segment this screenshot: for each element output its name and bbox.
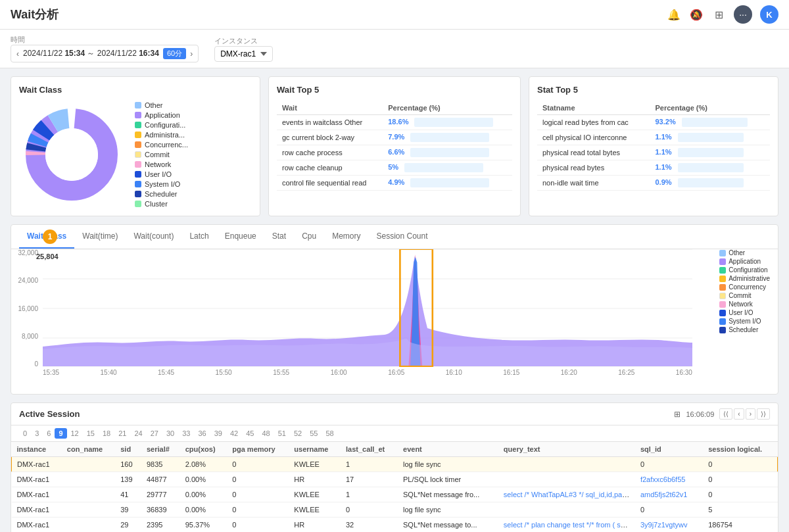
cell-serial: 2395 xyxy=(141,518,180,533)
x-label-1620: 16:20 xyxy=(561,369,577,376)
wait-pct: 5% xyxy=(383,160,512,176)
wait-col-header: Wait xyxy=(277,101,383,115)
timeline-number[interactable]: 3 xyxy=(31,428,43,439)
tab-memory[interactable]: Memory xyxy=(324,225,368,249)
timeline-number[interactable]: 27 xyxy=(147,428,162,439)
wait-pct: 6.6% xyxy=(383,145,512,160)
timeline-number[interactable]: 55 xyxy=(306,428,322,439)
timeline-number[interactable]: 18 xyxy=(99,428,114,439)
cell-sessionlogical: 0 xyxy=(703,487,777,502)
cell-lastcall: 32 xyxy=(341,518,398,533)
timeline-number[interactable]: 6 xyxy=(43,428,55,439)
tab-enqueue[interactable]: Enqueue xyxy=(217,225,264,249)
session-table-row[interactable]: DMX-rac1 160 9835 2.08% 0 KWLEE 1 log fi… xyxy=(12,457,778,472)
legend-item-administrative: Administra... xyxy=(135,131,188,139)
timeline-number[interactable]: 36 xyxy=(195,428,210,439)
y-label-24000: 24,000 xyxy=(11,277,38,284)
notification-bell-icon[interactable]: 🔔 xyxy=(667,7,681,22)
cell-cpu: 0.00% xyxy=(180,472,227,487)
stat-top5-row: physical read total bytes 1.1% xyxy=(537,145,770,160)
timeline-number[interactable]: 39 xyxy=(210,428,226,439)
cell-sid: 139 xyxy=(115,472,141,487)
stat-name: cell physical IO interconne xyxy=(537,130,650,145)
tab-cpu[interactable]: Cpu xyxy=(294,225,324,249)
legend-item-other: Other xyxy=(135,101,188,109)
legend-item-systemio: System I/O xyxy=(135,180,188,188)
timeline-number[interactable]: 45 xyxy=(242,428,258,439)
chart-svg xyxy=(43,249,692,368)
cell-cpu: 95.37% xyxy=(180,518,227,533)
timeline-number[interactable]: 48 xyxy=(258,428,274,439)
user-avatar[interactable]: K xyxy=(760,5,778,24)
more-menu-button[interactable]: ··· xyxy=(734,5,752,24)
header-icons: 🔔 🔕 ⊞ ··· K xyxy=(667,5,778,24)
instance-filter-group: インスタンス DMX-rac1 xyxy=(214,36,273,62)
tab-wait-count-[interactable]: Wait(count) xyxy=(126,225,181,249)
cell-cpu: 0.00% xyxy=(180,502,227,518)
timeline-number[interactable]: 24 xyxy=(131,428,147,439)
timeline-number[interactable]: 12 xyxy=(67,428,83,439)
next-range-arrow[interactable]: › xyxy=(190,49,193,59)
legend-item-configuration: Configurati... xyxy=(135,121,188,129)
timeline-number[interactable]: 30 xyxy=(162,428,178,439)
stat-name: non-idle wait time xyxy=(537,176,650,191)
tab-stat[interactable]: Stat xyxy=(264,225,294,249)
x-label-1610: 16:10 xyxy=(446,369,462,376)
x-label-1540: 15:40 xyxy=(101,369,117,376)
timeline-number[interactable]: 42 xyxy=(226,428,242,439)
cell-cpu: 0.00% xyxy=(180,487,227,502)
cell-lastcall: 1 xyxy=(341,487,398,502)
cell-instance: DMX-rac1 xyxy=(12,472,62,487)
chart-legend-systemio: System I/O xyxy=(719,318,770,325)
stat-pct: 1.1% xyxy=(650,160,770,176)
date-range-picker[interactable]: ‹ 2024/11/22 15:34 ～ 2024/11/22 16:34 60… xyxy=(11,45,199,62)
cell-username: HR xyxy=(289,518,341,533)
timeline-number[interactable]: 15 xyxy=(83,428,99,439)
query-text-link[interactable]: select /* plan change test */* from ( se… xyxy=(504,521,635,529)
instance-label: インスタンス xyxy=(214,36,273,46)
timeline-active-marker[interactable]: 9 xyxy=(55,428,66,439)
alert-icon[interactable]: 🔕 xyxy=(689,7,704,22)
col-serial: serial# xyxy=(141,442,180,457)
query-text-link[interactable]: select /* WhatTapAL#3 */ sql_id,id,paren… xyxy=(504,491,635,498)
timeline-number[interactable]: 58 xyxy=(322,428,338,439)
timeline-number[interactable]: 51 xyxy=(274,428,290,439)
session-controls: ⊞ 16:06:09 ⟨⟨ ‹ › ⟩⟩ xyxy=(674,408,770,420)
wait-class-legend: Other Application Configurati... Adminis… xyxy=(135,101,188,208)
last-page-button[interactable]: ⟩⟩ xyxy=(757,408,770,420)
chart-legend-scheduler: Scheduler xyxy=(719,326,770,333)
session-table-row[interactable]: DMX-rac1 39 36839 0.00% 0 KWLEE 0 log fi… xyxy=(12,502,778,518)
session-table-row[interactable]: DMX-rac1 139 44877 0.00% 0 HR 17 PL/SQL … xyxy=(12,472,778,487)
timeline: 03691215182124273033363942454851525558 xyxy=(11,425,778,442)
tab-wait-time-[interactable]: Wait(time) xyxy=(74,225,126,249)
filter-icon[interactable]: ⊞ xyxy=(674,410,681,419)
tab-session-count[interactable]: Session Count xyxy=(369,225,436,249)
col-instance: instance xyxy=(12,442,62,457)
timeline-number[interactable]: 33 xyxy=(178,428,194,439)
sql-id-link: amd5fjs2t62v1 xyxy=(640,491,688,498)
layout-icon[interactable]: ⊞ xyxy=(711,7,726,22)
timeline-number[interactable]: 52 xyxy=(290,428,306,439)
prev-page-button[interactable]: ‹ xyxy=(734,408,744,420)
prev-range-arrow[interactable]: ‹ xyxy=(16,49,19,59)
cell-sqlid: 0 xyxy=(635,502,703,518)
session-table-row[interactable]: DMX-rac1 29 2395 95.37% 0 HR 32 SQL*Net … xyxy=(12,518,778,533)
cell-instance: DMX-rac1 xyxy=(12,518,62,533)
wait-name: row cache cleanup xyxy=(277,160,383,176)
first-page-button[interactable]: ⟨⟨ xyxy=(719,408,732,420)
next-page-button[interactable]: › xyxy=(746,408,755,420)
tab-latch[interactable]: Latch xyxy=(181,225,216,249)
cell-username: KWLEE xyxy=(289,457,341,472)
x-label-1625: 16:25 xyxy=(618,369,634,376)
timeline-number[interactable]: 21 xyxy=(114,428,130,439)
instance-select[interactable]: DMX-rac1 xyxy=(214,46,273,62)
stat-name: physical read bytes xyxy=(537,160,650,176)
session-header: Active Session ⊞ 16:06:09 ⟨⟨ ‹ › ⟩⟩ xyxy=(11,403,778,425)
col-sessionlogical: session logical. xyxy=(703,442,777,457)
chart-legend-network: Network xyxy=(719,301,770,308)
col-username: username xyxy=(289,442,341,457)
time-filter-group: 時間 ‹ 2024/11/22 15:34 ～ 2024/11/22 16:34… xyxy=(11,35,199,62)
cell-serial: 44877 xyxy=(141,472,180,487)
session-table-row[interactable]: DMX-rac1 41 29777 0.00% 0 KWLEE 1 SQL*Ne… xyxy=(12,487,778,502)
timeline-number[interactable]: 0 xyxy=(19,428,31,439)
